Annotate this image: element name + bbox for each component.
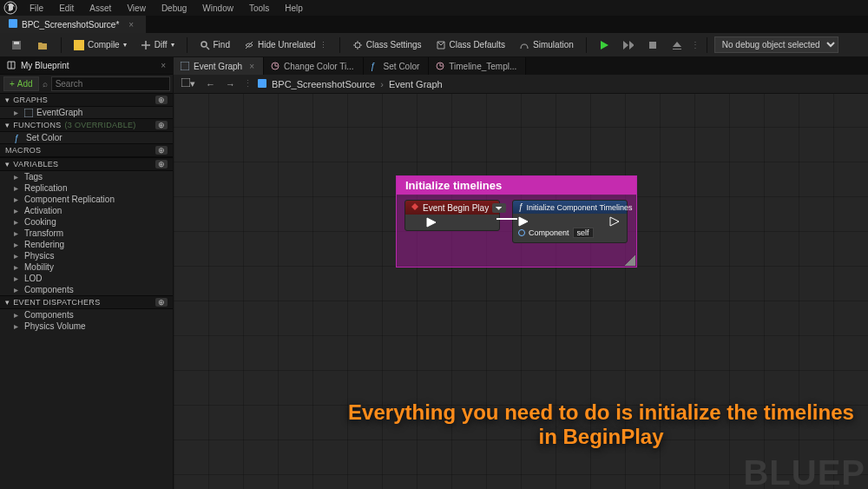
sidebar-item[interactable]: ▸Tags [0,171,173,182]
nav-dropdown-icon[interactable]: ▾ [179,78,198,89]
sidebar-item[interactable]: ▸Components [0,284,173,295]
sidebar-add-row: +Add ⌕ ⚙ [0,75,173,93]
close-icon[interactable]: × [161,61,166,70]
class-defaults-button[interactable]: Class Defaults [431,38,510,52]
window-tab[interactable]: BPC_ScreenshotSource* × [0,16,146,33]
menu-tools[interactable]: Tools [242,3,276,13]
class-settings-button[interactable]: Class Settings [347,38,427,52]
sidebar-item[interactable]: ▸Components [0,309,173,320]
sidebar-item[interactable]: ▸Cooking [0,216,173,228]
debug-object-dropdown[interactable]: No debug object selected [714,36,838,53]
exec-in-pin[interactable] [518,216,527,225]
nav-back-icon[interactable]: ← [203,79,218,89]
svg-rect-9 [24,109,33,117]
menu-edit[interactable]: Edit [52,3,81,13]
canvas-tab-change-color[interactable]: Change Color Ti... [264,57,364,75]
menu-bar: File Edit Asset View Debug Window Tools … [0,0,868,16]
overlay-caption: Everything you need to do is initialize … [343,400,859,449]
blueprint-icon [9,19,17,30]
close-icon[interactable]: × [249,62,254,71]
object-pin[interactable] [518,229,525,236]
menu-window[interactable]: Window [195,3,240,13]
search-icon: ⌕ [43,79,48,89]
function-icon: ƒ [371,62,379,70]
exec-out-pin[interactable] [426,217,435,226]
menu-debug[interactable]: Debug [155,3,194,13]
diff-button[interactable]: Diff ▾ [135,38,180,52]
menu-file[interactable]: File [23,3,50,13]
canvas-tabbar: Event Graph × Change Color Ti... ƒ Set C… [174,57,868,75]
canvas-tab-timeline-templ[interactable]: Timeline_Templ... [429,57,526,75]
nav-forward-icon[interactable]: → [223,79,238,89]
node-title: Event Begin Play [423,203,489,213]
sidebar-item[interactable]: ƒSet Color [0,132,173,143]
timeline-icon [271,62,279,70]
sidebar-item[interactable]: ▸LOD [0,273,173,284]
function-icon: ƒ [518,202,523,212]
breadcrumb-bar: ▾ ← → ⋮ BPC_ScreenshotSource › Event Gra… [174,75,868,94]
section-graphs[interactable]: ▾GRAPHS⊕ [0,93,173,107]
sidebar-item[interactable]: ▸Activation [0,205,173,216]
menu-asset[interactable]: Asset [82,3,118,13]
canvas-tab-set-color[interactable]: ƒ Set Color [364,57,430,75]
sidebar-item[interactable]: ▸Mobility [0,261,173,273]
browse-button[interactable] [31,37,54,53]
comment-title[interactable]: Initialize timelines [397,176,636,195]
add-variable-icon[interactable]: ⊕ [155,160,168,169]
sidebar-item[interactable]: ▸Physics [0,250,173,261]
menu-view[interactable]: View [120,3,153,13]
add-graph-icon[interactable]: ⊕ [155,96,168,104]
add-function-icon[interactable]: ⊕ [155,121,168,129]
stop-button[interactable] [642,38,663,52]
sidebar-item[interactable]: ▸Rendering [0,239,173,250]
breadcrumb-leaf[interactable]: Event Graph [389,79,443,89]
save-button[interactable] [5,37,28,53]
svg-rect-8 [649,42,656,49]
svg-rect-3 [14,42,19,44]
unreal-logo-icon [3,1,17,15]
window-tab-title: BPC_ScreenshotSource* [22,20,119,30]
section-macros[interactable]: MACROS⊕ [0,143,173,157]
add-macro-icon[interactable]: ⊕ [155,146,168,155]
sidebar-item[interactable]: ▸Physics Volume [0,320,173,332]
canvas-tab-event-graph[interactable]: Event Graph × [174,57,264,75]
menu-help[interactable]: Help [278,3,310,13]
simulation-button[interactable]: Simulation [514,38,579,52]
sidebar-title: My Blueprint [21,61,69,70]
sidebar-item[interactable]: ▸Replication [0,182,173,194]
add-button[interactable]: +Add [3,76,39,91]
svg-rect-4 [74,40,84,50]
node-init-timelines[interactable]: ƒ Initialize Component Timelines Compone… [512,200,628,243]
search-input[interactable] [51,76,170,91]
toolbar: Compile ▾ Diff ▾ Find Hide Unrelated ⋮ C… [0,33,868,57]
function-icon: ƒ [14,134,23,142]
close-icon[interactable]: × [128,20,134,30]
exec-out-pin[interactable] [609,216,618,225]
watermark: BLUEP [743,453,865,489]
section-variables[interactable]: ▾VARIABLES⊕ [0,157,173,171]
eject-button[interactable] [667,38,687,52]
skip-button[interactable] [618,38,639,52]
play-button[interactable] [594,38,615,52]
svg-line-6 [246,42,253,49]
sidebar-item[interactable]: ▸EventGraph [0,107,173,118]
compile-button[interactable]: Compile ▾ [69,38,132,52]
graph-icon [181,62,189,70]
section-functions[interactable]: ▾FUNCTIONS(3 OVERRIDABLE)⊕ [0,118,173,132]
add-dispatcher-icon[interactable]: ⊕ [155,298,168,307]
node-collapse-icon[interactable]: ⏷ [492,203,506,213]
svg-point-5 [201,42,207,47]
graph-canvas[interactable]: Event Graph × Change Color Ti... ƒ Set C… [174,57,868,489]
breadcrumb-root[interactable]: BPC_ScreenshotSource [272,79,375,89]
sidebar-header[interactable]: My Blueprint × [0,57,173,75]
section-event-dispatchers[interactable]: ▾EVENT DISPATCHERS⊕ [0,295,173,309]
book-icon [7,61,16,71]
sidebar-item[interactable]: ▸Component Replication [0,194,173,205]
timeline-icon [436,62,444,70]
svg-rect-13 [181,78,190,87]
resize-handle-icon[interactable] [625,255,635,266]
hide-unrelated-button[interactable]: Hide Unrelated ⋮ [239,38,332,52]
node-event-begin-play[interactable]: Event Begin Play ⏷ [404,200,500,231]
sidebar-item[interactable]: ▸Transform [0,228,173,239]
find-button[interactable]: Find [194,38,235,52]
